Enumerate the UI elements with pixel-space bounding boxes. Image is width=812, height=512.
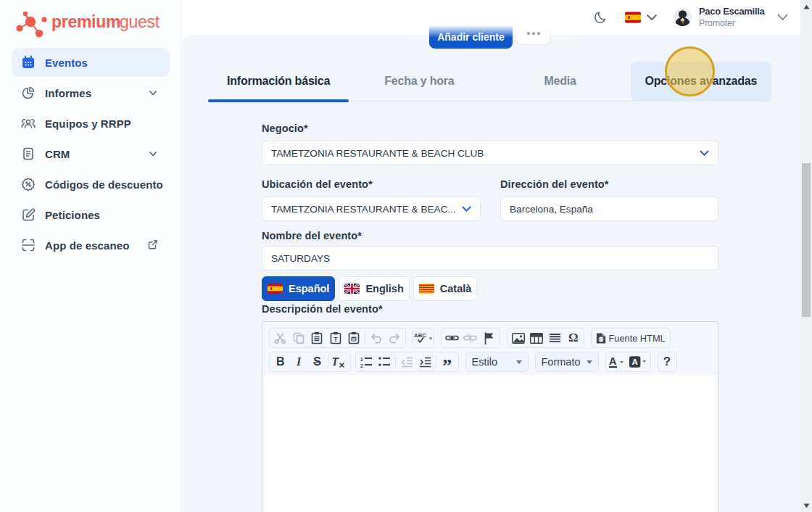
svg-text:A: A bbox=[631, 358, 638, 366]
svg-text:1: 1 bbox=[360, 357, 363, 362]
svg-text:W: W bbox=[352, 337, 357, 342]
svg-text:ABC: ABC bbox=[414, 332, 426, 339]
svg-text:A: A bbox=[609, 355, 617, 367]
svg-text:guest: guest bbox=[120, 12, 160, 31]
svg-text:premium: premium bbox=[51, 12, 120, 31]
svg-text:2: 2 bbox=[360, 363, 363, 368]
svg-text:T: T bbox=[334, 336, 338, 343]
